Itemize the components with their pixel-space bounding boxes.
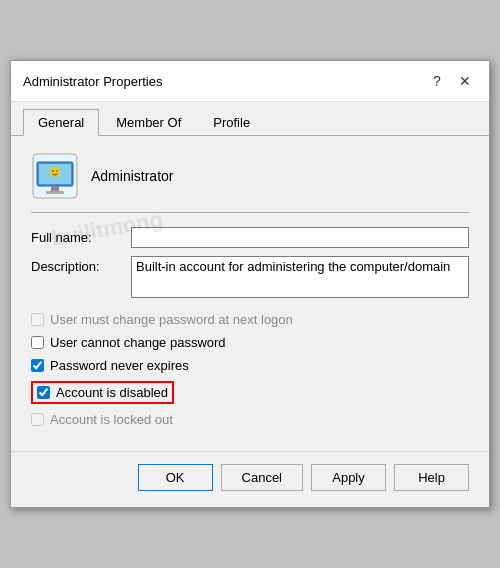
cb-account-disabled-row: Account is disabled [31,381,469,404]
tab-bar: General Member Of Profile [11,102,489,136]
button-bar: OK Cancel Apply Help [11,451,489,507]
cb-must-change-password[interactable] [31,313,44,326]
tab-content: builitmong Administrator [11,136,489,443]
title-controls: ? ✕ [425,69,477,93]
cb-password-never-expires[interactable] [31,359,44,372]
help-button[interactable]: ? [425,69,449,93]
svg-point-7 [56,170,58,172]
svg-point-5 [50,167,60,177]
cb-must-change-password-label: User must change password at next logon [50,312,293,327]
help-dialog-button[interactable]: Help [394,464,469,491]
fullname-input[interactable] [131,227,469,248]
dialog-window: Administrator Properties ? ✕ General Mem… [10,60,490,508]
cb-password-never-expires-label: Password never expires [50,358,189,373]
cancel-button[interactable]: Cancel [221,464,303,491]
account-disabled-highlight: Account is disabled [31,381,174,404]
cb-must-change-password-row: User must change password at next logon [31,312,469,327]
tab-profile[interactable]: Profile [198,109,265,136]
svg-point-6 [52,170,54,172]
checkboxes-group: User must change password at next logon … [31,312,469,427]
title-bar: Administrator Properties ? ✕ [11,61,489,102]
tab-member-of[interactable]: Member Of [101,109,196,136]
description-input[interactable]: Built-in account for administering the c… [131,256,469,298]
tab-general[interactable]: General [23,109,99,136]
cb-cannot-change-password-row: User cannot change password [31,335,469,350]
user-icon [31,152,79,200]
cb-cannot-change-password-label: User cannot change password [50,335,226,350]
ok-button[interactable]: OK [138,464,213,491]
username-label: Administrator [91,168,173,184]
cb-account-disabled-label: Account is disabled [56,385,168,400]
user-header: Administrator [31,152,469,213]
description-label: Description: [31,256,131,274]
svg-rect-3 [51,186,59,191]
cb-cannot-change-password[interactable] [31,336,44,349]
fullname-row: Full name: [31,227,469,248]
fullname-label: Full name: [31,227,131,245]
apply-button[interactable]: Apply [311,464,386,491]
cb-password-never-expires-row: Password never expires [31,358,469,373]
cb-account-locked-label: Account is locked out [50,412,173,427]
description-row: Description: Built-in account for admini… [31,256,469,298]
cb-account-locked-row: Account is locked out [31,412,469,427]
cb-account-disabled[interactable] [37,386,50,399]
svg-rect-4 [46,191,64,194]
close-button[interactable]: ✕ [453,69,477,93]
dialog-title: Administrator Properties [23,74,162,89]
cb-account-locked[interactable] [31,413,44,426]
